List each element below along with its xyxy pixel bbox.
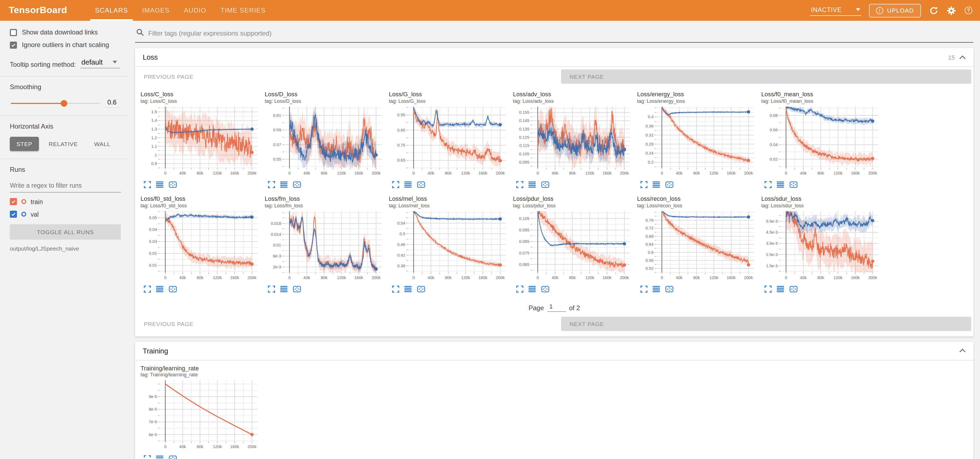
- expand-chart-button[interactable]: [765, 285, 772, 293]
- expand-chart-button[interactable]: [765, 182, 772, 188]
- chart-tile-training-learning-rate: Training/learning_ratetag: Training/lear…: [137, 361, 261, 459]
- fit-domain-button[interactable]: [789, 285, 798, 293]
- chart-plot[interactable]: 0.550.570.590.61040k80k120k160k200k: [265, 105, 385, 179]
- chart-plot[interactable]: 1.5e-32.5e-33.5e-34.5e-35.5e-3040k80k120…: [761, 209, 882, 283]
- data-series-icon-button[interactable]: [652, 285, 660, 293]
- expand-chart-button[interactable]: [144, 455, 151, 459]
- fit-domain-button[interactable]: [293, 285, 301, 293]
- svg-text:40k: 40k: [428, 171, 434, 175]
- data-series-icon-button[interactable]: [528, 182, 536, 188]
- data-series-icon-button[interactable]: [156, 182, 164, 188]
- expand-chart-button[interactable]: [392, 182, 399, 188]
- previous-page-button[interactable]: PREVIOUS PAGE: [144, 73, 194, 80]
- chart-plot[interactable]: 0.0650.0750.0850.0950.105040k80k120k160k…: [513, 209, 634, 283]
- data-series-icon-button[interactable]: [404, 285, 412, 293]
- fit-domain-button[interactable]: [665, 285, 674, 293]
- smoothing-slider[interactable]: [11, 103, 100, 104]
- tab-images[interactable]: IMAGES: [135, 0, 177, 21]
- training-section-header[interactable]: Training: [135, 342, 974, 360]
- fit-domain-button[interactable]: [293, 182, 301, 188]
- expand-chart-button[interactable]: [640, 182, 648, 188]
- loss-section-header[interactable]: Loss 15: [135, 48, 974, 67]
- axis-option-relative[interactable]: RELATIVE: [42, 137, 84, 151]
- tab-audio[interactable]: AUDIO: [177, 0, 213, 21]
- chart-title: Loss/sdur_loss: [761, 195, 882, 203]
- collapse-chevron-icon[interactable]: [959, 54, 966, 61]
- chart-plot[interactable]: 0.911.11.21.31.41.5040k80k120k160k200k: [140, 105, 261, 179]
- chart-title: Loss/D_loss: [265, 91, 385, 99]
- smoothing-label: Smoothing: [10, 83, 121, 91]
- fit-domain-button[interactable]: [169, 182, 177, 188]
- expand-chart-button[interactable]: [144, 285, 151, 293]
- chart-plot[interactable]: 6e-57e-58e-59e-5040k80k120k160k200k: [140, 378, 261, 453]
- fit-domain-button[interactable]: [169, 455, 177, 459]
- chart-plot[interactable]: 0.0950.1050.1150.1250.1350.1450.155040k8…: [513, 105, 634, 179]
- run-row-val[interactable]: val: [10, 210, 121, 218]
- expand-chart-button[interactable]: [144, 182, 151, 188]
- data-series-icon-button[interactable]: [156, 285, 164, 293]
- help-icon[interactable]: ?: [964, 5, 974, 15]
- filter-tags-input[interactable]: [148, 30, 972, 37]
- chart-plot[interactable]: 2e-36e-30.010.0140.018040k80k120k160k200…: [265, 209, 385, 283]
- fit-domain-button[interactable]: [417, 285, 425, 293]
- fit-domain-button[interactable]: [541, 285, 550, 293]
- data-series-icon-button[interactable]: [156, 455, 164, 459]
- chart-tag: tag: Loss/adv_loss: [513, 99, 634, 104]
- settings-gear-icon[interactable]: [946, 5, 956, 15]
- section-title: Loss: [143, 53, 158, 61]
- fit-domain-button[interactable]: [541, 182, 550, 188]
- slider-thumb[interactable]: [61, 100, 68, 107]
- previous-page-button[interactable]: PREVIOUS PAGE: [144, 320, 194, 327]
- expand-chart-button[interactable]: [640, 285, 648, 293]
- axis-option-step[interactable]: STEP: [10, 137, 39, 151]
- run-checkbox-train[interactable]: [10, 198, 17, 205]
- fit-domain-button[interactable]: [417, 182, 425, 188]
- refresh-icon[interactable]: [929, 5, 939, 15]
- svg-text:80k: 80k: [817, 171, 824, 175]
- chart-plot[interactable]: 0.650.750.850.95040k80k120k160k200k: [389, 105, 510, 179]
- upload-button[interactable]: i UPLOAD: [869, 3, 921, 17]
- tooltip-sorting-select[interactable]: default: [80, 58, 119, 69]
- expand-chart-button[interactable]: [268, 182, 275, 188]
- data-series-icon-button[interactable]: [652, 182, 660, 188]
- fit-domain-button[interactable]: [665, 182, 674, 188]
- data-status-select[interactable]: INACTIVE: [810, 5, 862, 16]
- chart-plot[interactable]: 0.010.020.030.040.05040k80k120k160k200k: [140, 209, 261, 283]
- ignore-outliers-checkbox[interactable]: Ignore outliers in chart scaling: [10, 41, 121, 49]
- svg-text:0.01: 0.01: [149, 263, 157, 267]
- toggle-all-runs-button[interactable]: TOGGLE ALL RUNS: [10, 224, 121, 240]
- tab-time-series[interactable]: TIME SERIES: [213, 0, 273, 21]
- fit-domain-button[interactable]: [789, 182, 798, 188]
- next-page-button[interactable]: NEXT PAGE: [561, 317, 971, 331]
- expand-chart-button[interactable]: [516, 182, 523, 188]
- data-series-icon-button[interactable]: [776, 182, 784, 188]
- tab-scalars[interactable]: SCALARS: [88, 0, 135, 21]
- chart-plot[interactable]: 0.520.560.60.640.680.720.76040k80k120k16…: [637, 209, 758, 283]
- fit-domain-button[interactable]: [169, 285, 177, 293]
- axis-option-wall[interactable]: WALL: [88, 137, 117, 151]
- data-series-icon-button[interactable]: [280, 182, 288, 188]
- chart-plot[interactable]: 0.20.240.280.320.360.4040k80k120k160k200…: [637, 105, 758, 179]
- svg-text:0.03: 0.03: [149, 239, 157, 244]
- chart-plot[interactable]: 0.380.420.460.50.54040k80k120k160k200k: [389, 209, 510, 283]
- data-series-icon-button[interactable]: [404, 182, 412, 188]
- run-row-train[interactable]: train: [10, 198, 121, 205]
- page-number-input[interactable]: [547, 302, 566, 312]
- svg-text:6e-3: 6e-3: [273, 253, 281, 258]
- smoothing-value[interactable]: 0.6: [107, 99, 120, 108]
- chart-plot[interactable]: 0.020.040.060.08040k80k120k160k200k: [761, 105, 882, 179]
- svg-text:120k: 120k: [834, 171, 842, 175]
- show-download-links-checkbox[interactable]: Show data download links: [10, 29, 121, 36]
- data-series-icon-button[interactable]: [528, 285, 536, 293]
- collapse-chevron-icon[interactable]: [959, 347, 966, 354]
- run-checkbox-val[interactable]: [10, 210, 17, 218]
- svg-text:0: 0: [164, 171, 166, 175]
- next-page-button[interactable]: NEXT PAGE: [561, 70, 971, 84]
- expand-chart-button[interactable]: [268, 285, 275, 293]
- data-series-icon-button[interactable]: [776, 285, 784, 293]
- expand-chart-button[interactable]: [516, 285, 523, 293]
- data-series-icon-button[interactable]: [280, 285, 288, 293]
- runs-filter-input[interactable]: [10, 180, 121, 193]
- svg-text:0: 0: [164, 445, 166, 449]
- expand-chart-button[interactable]: [392, 285, 399, 293]
